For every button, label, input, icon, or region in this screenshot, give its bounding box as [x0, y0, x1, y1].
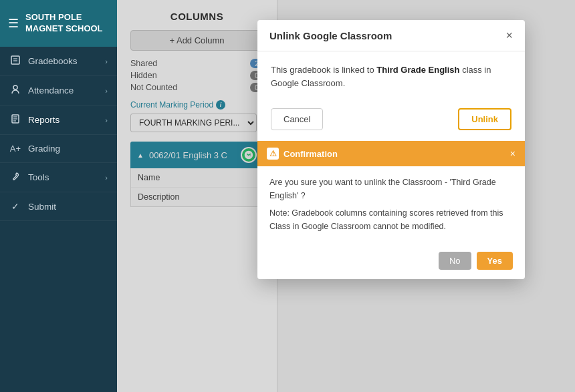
grading-icon: A+: [9, 144, 21, 154]
reports-chevron: ›: [105, 116, 108, 124]
svg-point-3: [13, 85, 17, 89]
confirmation-close-button[interactable]: ×: [510, 148, 515, 159]
main-content: COLUMNS + Add Column Shared 2 Hidden 0 N…: [117, 0, 575, 392]
attendance-chevron: ›: [105, 87, 108, 95]
submit-label: Submit: [28, 202, 56, 212]
confirmation-line1: Are you sure you want to unlink the Clas…: [269, 176, 513, 202]
confirmation-line2: Note: Gradebook columns containing score…: [269, 206, 513, 233]
modal-body-bold: Third Grade English: [376, 65, 459, 75]
tools-label: Tools: [28, 172, 49, 182]
attendance-icon: [9, 85, 21, 96]
svg-rect-0: [11, 56, 19, 64]
attendance-label: Attendance: [28, 85, 74, 95]
confirmation-title-text: Confirmation: [283, 149, 338, 159]
modal-close-button[interactable]: ×: [505, 29, 513, 41]
modal-header: Unlink Google Classroom ×: [257, 20, 525, 51]
sidebar-item-attendance[interactable]: Attendance ›: [0, 76, 117, 106]
grading-label: Grading: [28, 144, 60, 154]
reports-label: Reports: [28, 115, 60, 125]
confirmation-body: Are you sure you want to unlink the Clas…: [257, 166, 525, 246]
sidebar-header: ☰ SOUTH POLE MAGNET SCHOOL: [0, 0, 117, 47]
sidebar-item-grading[interactable]: A+ Grading: [0, 135, 117, 163]
confirmation-actions: No Yes: [257, 246, 525, 279]
submit-icon: ✓: [9, 201, 21, 212]
gradebooks-label: Gradebooks: [28, 56, 78, 66]
gradebooks-chevron: ›: [105, 57, 108, 65]
tools-icon: [9, 172, 21, 183]
confirmation-title: ⚠ Confirmation: [267, 148, 338, 160]
modal-body-text: This gradebook is linked to: [271, 65, 376, 75]
no-button[interactable]: No: [439, 252, 471, 270]
sidebar: ☰ SOUTH POLE MAGNET SCHOOL Gradebooks › …: [0, 0, 117, 392]
school-name-label: SOUTH POLE MAGNET SCHOOL: [25, 12, 109, 35]
confirmation-section-header: ⚠ Confirmation ×: [257, 141, 525, 166]
modal-body: This gradebook is linked to Third Grade …: [257, 51, 525, 102]
gradebooks-icon: [9, 55, 21, 67]
modal-actions: Cancel Unlink: [257, 102, 525, 141]
sidebar-item-submit[interactable]: ✓ Submit: [0, 192, 117, 221]
sidebar-item-gradebooks[interactable]: Gradebooks ›: [0, 47, 117, 76]
yes-button[interactable]: Yes: [477, 252, 513, 270]
warning-icon: ⚠: [267, 148, 279, 160]
modal-title: Unlink Google Classroom: [269, 30, 392, 41]
sidebar-item-reports[interactable]: Reports ›: [0, 106, 117, 135]
reports-icon: [9, 114, 21, 126]
sidebar-item-tools[interactable]: Tools ›: [0, 163, 117, 192]
tools-chevron: ›: [105, 174, 108, 182]
unlink-modal: Unlink Google Classroom × This gradebook…: [257, 20, 525, 279]
hamburger-icon[interactable]: ☰: [8, 16, 19, 31]
cancel-button[interactable]: Cancel: [271, 108, 323, 130]
unlink-button[interactable]: Unlink: [458, 108, 511, 130]
